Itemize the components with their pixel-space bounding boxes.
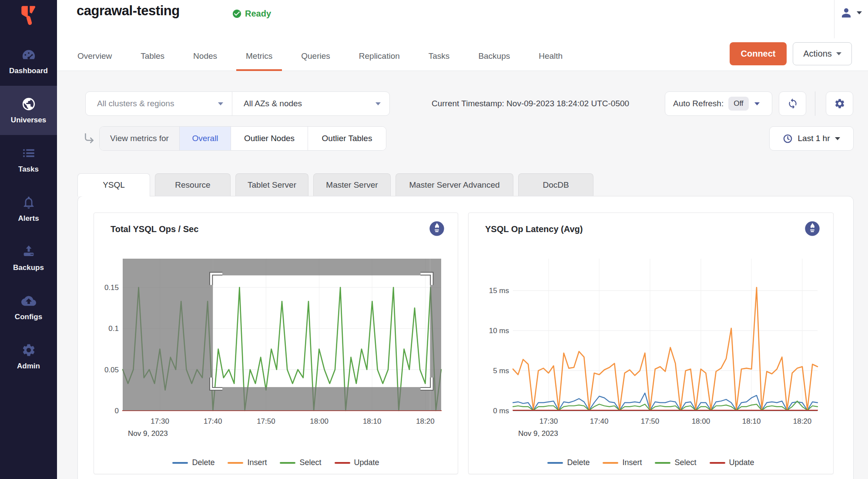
- legend-swatch: [655, 462, 670, 464]
- mode-overall[interactable]: Overall: [180, 127, 231, 150]
- svg-text:0: 0: [115, 407, 119, 415]
- tab-metrics[interactable]: Metrics: [246, 41, 272, 71]
- user-menu-button[interactable]: [840, 6, 862, 19]
- sidebar-item-label: Admin: [17, 362, 40, 371]
- azs-nodes-value: All AZs & nodes: [244, 99, 302, 108]
- legend-item-select[interactable]: Select: [655, 458, 696, 467]
- header-divider: [834, 0, 834, 38]
- legend-item-insert[interactable]: Insert: [228, 458, 267, 467]
- tab-backups[interactable]: Backups: [478, 41, 510, 71]
- connect-button[interactable]: Connect: [730, 42, 787, 65]
- yugabyte-logo-icon[interactable]: [17, 3, 40, 27]
- legend-item-insert[interactable]: Insert: [603, 458, 642, 467]
- svg-text:Nov 9, 2023: Nov 9, 2023: [518, 429, 558, 437]
- legend-item-update[interactable]: Update: [710, 458, 754, 467]
- legend-swatch: [710, 462, 725, 464]
- tab-queries[interactable]: Queries: [301, 41, 330, 71]
- svg-text:18:20: 18:20: [416, 417, 435, 425]
- svg-text:18:00: 18:00: [310, 417, 328, 425]
- prometheus-icon[interactable]: [804, 220, 821, 237]
- metric-tab-master-server[interactable]: Master Server: [313, 173, 391, 196]
- svg-text:17:30: 17:30: [540, 417, 558, 425]
- auto-refresh-value: Off: [728, 97, 748, 111]
- tab-nodes[interactable]: Nodes: [193, 41, 217, 71]
- clusters-regions-dropdown[interactable]: All clusters & regions: [85, 91, 232, 116]
- sidebar-item-tasks[interactable]: Tasks: [0, 135, 57, 184]
- sidebar-item-backups[interactable]: Backups: [0, 233, 57, 283]
- svg-text:0.15: 0.15: [104, 283, 119, 292]
- latency-chart-canvas[interactable]: 0 ms5 ms10 ms15 ms17:3017:4017:5018:0018…: [469, 254, 821, 437]
- metrics-content: All clusters & regions All AZs & nodes C…: [57, 71, 868, 479]
- legend-item-update[interactable]: Update: [335, 458, 379, 467]
- svg-text:18:20: 18:20: [793, 417, 812, 425]
- metric-tab-master-server-advanced[interactable]: Master Server Advanced: [395, 173, 513, 196]
- legend-item-delete[interactable]: Delete: [547, 458, 590, 467]
- legend-item-select[interactable]: Select: [280, 458, 321, 467]
- sidebar-item-dashboard[interactable]: Dashboard: [0, 37, 57, 86]
- refresh-button[interactable]: [779, 91, 806, 116]
- tab-tables[interactable]: Tables: [141, 41, 164, 71]
- toolbar-divider: [815, 91, 815, 116]
- azs-nodes-dropdown[interactable]: All AZs & nodes: [232, 91, 390, 116]
- ops-chart-canvas[interactable]: 00.050.10.1517:3017:4017:5018:0018:1018:…: [94, 254, 446, 437]
- status-badge: Ready: [232, 9, 271, 19]
- time-range-value: Last 1 hr: [798, 134, 830, 143]
- chart-legend: Delete Insert Select Update: [469, 458, 833, 467]
- svg-text:17:40: 17:40: [590, 417, 609, 425]
- sidebar-item-label: Dashboard: [9, 67, 48, 75]
- sidebar-item-universes[interactable]: Universes: [0, 86, 57, 135]
- metric-tab-docdb[interactable]: DocDB: [518, 173, 593, 196]
- current-timestamp: Current Timestamp: Nov-09-2023 18:24:02 …: [432, 91, 629, 116]
- chevron-down-icon: [218, 102, 223, 105]
- chevron-down-icon: [835, 137, 840, 140]
- svg-text:18:10: 18:10: [363, 417, 382, 425]
- auto-refresh-label: Auto Refresh:: [673, 99, 724, 108]
- svg-text:17:50: 17:50: [257, 417, 275, 425]
- check-circle-icon: [232, 9, 242, 19]
- svg-text:5 ms: 5 ms: [493, 367, 509, 375]
- metric-tab-resource[interactable]: Resource: [155, 173, 231, 196]
- svg-text:15 ms: 15 ms: [489, 287, 509, 295]
- chevron-down-icon: [375, 102, 381, 105]
- legend-swatch: [603, 462, 618, 464]
- charts-panel: Total YSQL Ops / Sec 00.050.10.1517:3017…: [77, 196, 854, 479]
- tab-replication[interactable]: Replication: [359, 41, 400, 71]
- actions-button[interactable]: Actions: [793, 42, 852, 65]
- svg-text:0.05: 0.05: [104, 366, 119, 374]
- view-metrics-segmented-control: View metrics for Overall Outlier Nodes O…: [99, 126, 386, 151]
- backup-drive-icon: [21, 244, 37, 260]
- auto-refresh-dropdown[interactable]: Auto Refresh: Off: [665, 91, 772, 116]
- globe-icon: [21, 96, 37, 112]
- sidebar-item-label: Backups: [13, 263, 44, 272]
- metric-tab-tablet-server[interactable]: Tablet Server: [235, 173, 308, 196]
- actions-label: Actions: [803, 49, 832, 59]
- prometheus-icon[interactable]: [428, 220, 446, 237]
- svg-text:Nov 9, 2023: Nov 9, 2023: [128, 429, 168, 437]
- svg-text:18:00: 18:00: [692, 417, 710, 425]
- chevron-down-icon: [754, 102, 760, 105]
- clusters-regions-value: All clusters & regions: [97, 99, 174, 108]
- legend-swatch: [547, 462, 563, 464]
- sidebar-nav: Dashboard Universes Tasks Alerts Ba: [0, 37, 57, 381]
- sidebar-item-label: Alerts: [18, 214, 39, 223]
- ops-chart-card: Total YSQL Ops / Sec 00.050.10.1517:3017…: [94, 213, 458, 474]
- latency-chart-card: YSQL Op Latency (Avg) 0 ms5 ms10 ms15 ms…: [468, 213, 834, 474]
- sidebar-item-configs[interactable]: Configs: [0, 283, 57, 332]
- chart-legend: Delete Insert Select Update: [94, 458, 458, 467]
- sidebar-item-alerts[interactable]: Alerts: [0, 184, 57, 233]
- legend-item-delete[interactable]: Delete: [172, 458, 214, 467]
- svg-text:17:40: 17:40: [204, 417, 222, 425]
- filter-row: All clusters & regions All AZs & nodes: [85, 91, 390, 116]
- tab-tasks[interactable]: Tasks: [429, 41, 450, 71]
- mode-outlier-nodes[interactable]: Outlier Nodes: [231, 127, 308, 150]
- svg-text:10 ms: 10 ms: [489, 327, 509, 335]
- sidebar-item-admin[interactable]: Admin: [0, 332, 57, 381]
- metrics-settings-button[interactable]: [826, 91, 853, 116]
- svg-text:0.1: 0.1: [108, 324, 119, 333]
- chart-title: YSQL Op Latency (Avg): [485, 224, 583, 234]
- tab-health[interactable]: Health: [539, 41, 563, 71]
- tab-overview[interactable]: Overview: [77, 41, 112, 71]
- metric-tab-ysql[interactable]: YSQL: [77, 173, 150, 196]
- time-range-dropdown[interactable]: Last 1 hr: [769, 126, 854, 151]
- mode-outlier-tables[interactable]: Outlier Tables: [308, 127, 386, 150]
